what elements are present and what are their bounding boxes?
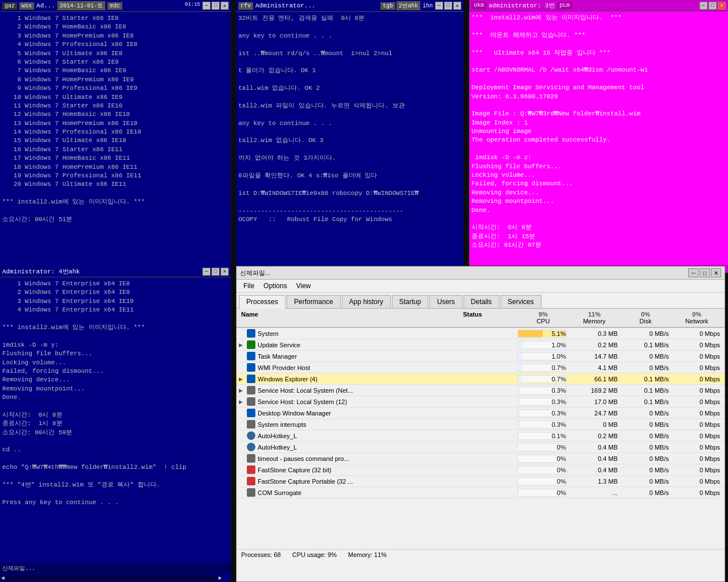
table-row[interactable]: ▶Update Service1.0%0.2 MB0.1 MB/s0 Mbps — [237, 339, 725, 351]
task-manager-maximize[interactable]: □ — [700, 268, 710, 277]
process-disk: 0 MB/s — [620, 444, 671, 451]
process-name: Update Service — [258, 342, 300, 348]
process-icon — [247, 409, 255, 417]
col-disk[interactable]: 0% Disk — [620, 310, 671, 326]
table-row[interactable]: FastStone Capture Portable (32 ...0%1.3 … — [237, 476, 725, 487]
process-name: Service Host: Local System (Net... — [258, 387, 353, 394]
minimize-btn-t1[interactable]: ─ — [202, 2, 210, 10]
col-network[interactable]: 0% Network — [671, 310, 722, 326]
minimize-btn-t4[interactable]: ─ — [202, 268, 210, 276]
tab-ihn[interactable]: ihn — [421, 3, 434, 9]
col-status[interactable]: Status — [461, 310, 518, 326]
table-row[interactable]: Desktop Window Manager0.3%24.7 MB0 MB/s0… — [237, 408, 725, 419]
menu-file[interactable]: File — [239, 281, 259, 291]
tab-gaz[interactable]: gaz — [2, 2, 17, 10]
process-memory: 14.7 MB — [569, 353, 620, 360]
process-cpu: 0.3% — [518, 409, 569, 417]
process-cpu: 0% — [518, 489, 569, 497]
terminal-hscroll-bottom[interactable]: ◄ ► — [0, 574, 223, 582]
table-row[interactable]: COM Surrogate0%...0 MB/s0 Mbps — [237, 487, 725, 498]
process-memory: 0.4 MB — [569, 455, 620, 462]
process-cpu: 0.3% — [518, 421, 569, 429]
tab-tgb[interactable]: tgb — [380, 2, 395, 10]
tab-startup[interactable]: Startup — [392, 295, 429, 308]
tab-processes[interactable]: Processes — [239, 295, 286, 309]
tab-details[interactable]: Details — [464, 295, 499, 308]
menu-view[interactable]: View — [292, 281, 316, 291]
tab-plm[interactable]: pLm — [557, 2, 572, 9]
task-manager-close[interactable]: ✕ — [711, 268, 721, 277]
process-icon — [247, 420, 255, 429]
table-row[interactable]: ▶Service Host: Local System (Net...0.3%1… — [237, 385, 725, 396]
tab-date[interactable]: 2014-11-01-토 — [57, 1, 105, 10]
minimize-btn-t2[interactable]: ─ — [435, 2, 443, 10]
table-row[interactable]: ▶Windows Explorer (4)0.7%66.1 MB0.1 MB/s… — [237, 373, 725, 385]
tab-rfv[interactable]: rfv — [238, 2, 253, 10]
table-row[interactable]: Task Manager1.0%14.7 MB0 MB/s0 Mbps — [237, 351, 725, 362]
tab-edc[interactable]: edc — [107, 2, 122, 10]
process-name: COM Surrogate — [258, 489, 301, 496]
process-icon — [247, 465, 255, 474]
process-icon — [247, 443, 255, 451]
process-icon — [247, 375, 255, 383]
close-btn-t3[interactable]: ✕ — [718, 2, 726, 10]
terminal-title-top: Ad... — [36, 2, 55, 9]
tab-services[interactable]: Services — [500, 295, 541, 308]
tab-users[interactable]: Users — [429, 295, 462, 308]
table-row[interactable]: System5.1%0.3 MB0 MB/s0 Mbps — [237, 328, 725, 339]
expand-icon[interactable]: ▶ — [239, 376, 245, 382]
expand-icon[interactable]: ▶ — [239, 342, 245, 348]
process-network: 0 Mbps — [671, 410, 722, 417]
col-name[interactable]: Name — [239, 310, 461, 326]
col-cpu[interactable]: 9% CPU — [518, 310, 569, 326]
process-cpu: 0.3% — [518, 398, 569, 406]
task-manager-minimize[interactable]: ─ — [688, 268, 698, 277]
process-cpu: 0.7% — [518, 375, 569, 383]
process-icon — [247, 352, 255, 360]
terminal-titlebar-bottom-left: Administrator: 4번ahk ─ □ ✕ — [0, 266, 231, 277]
process-cpu: 0.3% — [518, 386, 569, 394]
menu-options[interactable]: Options — [259, 281, 291, 291]
tab-wsx[interactable]: wsx — [19, 2, 34, 10]
process-name: Service Host: Local System (12) — [258, 398, 347, 405]
table-row[interactable]: WMI Provider Host0.7%4.1 MB0 MB/s0 Mbps — [237, 362, 725, 373]
close-btn-t1[interactable]: ✕ — [221, 2, 229, 10]
process-memory: 17.0 MB — [569, 398, 620, 405]
table-row[interactable]: AutoHotkey_L0%0.4 MB0 MB/s0 Mbps — [237, 442, 725, 453]
process-disk: 0.1 MB/s — [620, 398, 671, 405]
close-btn-t2[interactable]: ✕ — [453, 2, 461, 10]
maximize-btn-t4[interactable]: □ — [212, 268, 220, 276]
terminal-title-middle: Administrator... — [255, 2, 316, 9]
process-memory: 0.3 MB — [569, 330, 620, 337]
close-btn-t4[interactable]: ✕ — [221, 268, 229, 276]
taskbar-preview: 신제파일... — [0, 563, 231, 574]
process-list: System5.1%0.3 MB0 MB/s0 Mbps▶Update Serv… — [237, 328, 725, 549]
tab-2ahk[interactable]: 2번ahk — [396, 1, 420, 10]
table-row[interactable]: FastStone Capture (32 bit)0%0.4 MB0 MB/s… — [237, 464, 725, 476]
col-memory[interactable]: 11% Memory — [569, 310, 620, 326]
cpu-usage-summary: CPU usage: 9% — [292, 551, 337, 558]
expand-icon[interactable]: ▶ — [239, 399, 245, 405]
expand-icon[interactable]: ▶ — [239, 388, 245, 393]
maximize-btn-t2[interactable]: □ — [444, 2, 452, 10]
tab-performance[interactable]: Performance — [287, 295, 341, 308]
table-row[interactable]: AutoHotkey_L0.1%0.2 MB0 MB/s0 Mbps — [237, 430, 725, 442]
tab-okm[interactable]: okm — [471, 2, 486, 9]
minimize-btn-t3[interactable]: ─ — [700, 2, 708, 10]
tab-app-history[interactable]: App history — [342, 295, 391, 308]
process-name: System — [258, 330, 279, 337]
table-row[interactable]: timeout - pauses command pro...0%0.4 MB0… — [237, 453, 725, 464]
maximize-btn-t1[interactable]: □ — [212, 2, 220, 10]
maximize-btn-t3[interactable]: □ — [709, 2, 717, 10]
process-disk: 0.1 MB/s — [620, 387, 671, 394]
process-name: AutoHotkey_L — [258, 444, 297, 451]
process-network: 0 Mbps — [671, 444, 722, 451]
table-row[interactable]: ▶Service Host: Local System (12)0.3%17.0… — [237, 396, 725, 408]
table-row[interactable]: System interrupts0.3%0 MB0 MB/s0 Mbps — [237, 419, 725, 430]
terminal-content-middle: 32비트 전용 엔터, 검색용 실패 0시 8분 any key to cont… — [236, 12, 464, 226]
process-memory: 66.1 MB — [569, 376, 620, 383]
process-name: Task Manager — [258, 353, 297, 360]
terminal-top-middle: rfv Administrator... tgb 2번ahk ihn ─ □ ✕… — [236, 0, 464, 266]
task-manager-window: 신제파일... ─ □ ✕ File Options View Processe… — [236, 266, 725, 582]
process-memory: 0.2 MB — [569, 342, 620, 348]
